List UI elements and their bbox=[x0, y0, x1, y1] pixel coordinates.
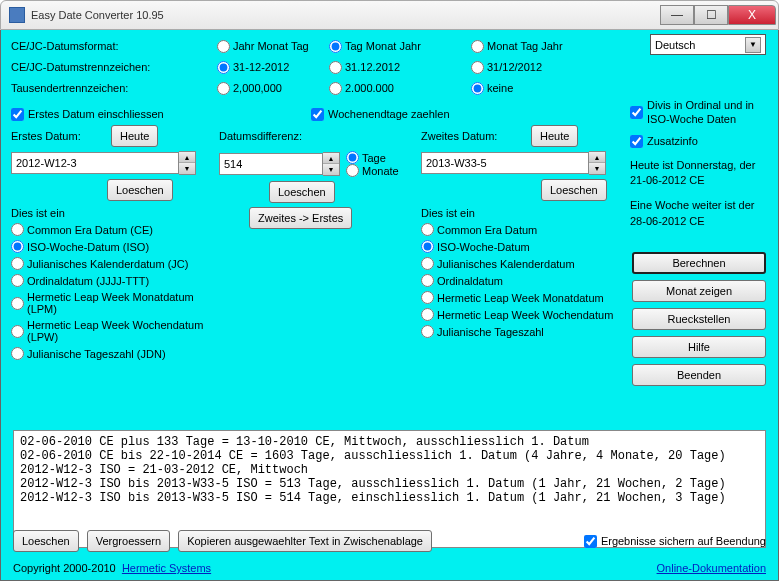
titlebar: Easy Date Converter 10.95 — ☐ X bbox=[0, 0, 779, 30]
type2-lpw[interactable]: Hermetic Leap Week Wochendatum bbox=[421, 308, 631, 321]
second-date-spinner[interactable]: ▲▼ bbox=[589, 151, 606, 175]
maximize-button[interactable]: ☐ bbox=[694, 5, 728, 25]
log-clear-button[interactable]: Loeschen bbox=[13, 530, 79, 552]
language-value: Deutsch bbox=[655, 39, 695, 51]
chevron-up-icon: ▲ bbox=[179, 152, 195, 163]
calculate-button[interactable]: Berechnen bbox=[632, 252, 766, 274]
bottom-bar: Loeschen Vergroessern Kopieren ausgewaeh… bbox=[13, 530, 766, 552]
type1-ord[interactable]: Ordinaldatum (JJJJ-TTT) bbox=[11, 274, 219, 287]
type2-iso[interactable]: ISO-Woche-Datum bbox=[421, 240, 631, 253]
type1-jc[interactable]: Julianisches Kalenderdatum (JC) bbox=[11, 257, 219, 270]
copy-button[interactable]: Kopieren ausgewaehlter Text in Zwischena… bbox=[178, 530, 432, 552]
second-today-button[interactable]: Heute bbox=[531, 125, 578, 147]
online-doc-link[interactable]: Online-Dokumentation bbox=[657, 562, 766, 574]
client-area: Deutsch ▼ CE/JC-Datumsformat: Jahr Monat… bbox=[0, 30, 779, 581]
second-type-header: Dies ist ein bbox=[421, 207, 631, 219]
type1-lpm[interactable]: Hermetic Leap Week Monatdatum (LPM) bbox=[11, 291, 219, 315]
type2-ce[interactable]: Common Era Datum bbox=[421, 223, 631, 236]
second-date-input[interactable]: ▲▼ bbox=[421, 151, 631, 175]
sep-dot[interactable]: 31.12.2012 bbox=[329, 61, 471, 74]
first-date-spinner[interactable]: ▲▼ bbox=[179, 151, 196, 175]
hermetic-link[interactable]: Hermetic Systems bbox=[122, 562, 211, 574]
diff-spinner[interactable]: ▲▼ bbox=[323, 152, 340, 176]
second-date-field[interactable] bbox=[421, 152, 589, 174]
app-icon bbox=[9, 7, 25, 23]
diff-label: Datumsdifferenz: bbox=[219, 130, 302, 142]
copyright-text: Copyright 2000-2010 bbox=[13, 562, 116, 574]
chevron-down-icon: ▼ bbox=[589, 163, 605, 174]
diff-clear-button[interactable]: Loeschen bbox=[269, 181, 335, 203]
tsep-none[interactable]: keine bbox=[471, 82, 513, 95]
help-button[interactable]: Hilfe bbox=[632, 336, 766, 358]
week-info: Eine Woche weiter ist der 28-06-2012 CE bbox=[630, 198, 766, 229]
first-today-button[interactable]: Heute bbox=[111, 125, 158, 147]
include-first-checkbox[interactable]: Erstes Datum einschliessen bbox=[11, 108, 311, 121]
tsep-label: Tausendertrennzeichen: bbox=[11, 82, 217, 94]
sep-label: CE/JC-Datumstrennzeichen: bbox=[11, 61, 217, 73]
first-type-header: Dies ist ein bbox=[11, 207, 219, 219]
window-title: Easy Date Converter 10.95 bbox=[31, 9, 660, 21]
first-type-list: Common Era Datum (CE) ISO-Woche-Datum (I… bbox=[11, 223, 219, 360]
tsep-comma[interactable]: 2,000,000 bbox=[217, 82, 329, 95]
sep-slash[interactable]: 31/12/2012 bbox=[471, 61, 542, 74]
save-on-exit-checkbox[interactable]: Ergebnisse sichern auf Beendung bbox=[584, 535, 766, 548]
language-select[interactable]: Deutsch ▼ bbox=[650, 34, 766, 55]
show-month-button[interactable]: Monat zeigen bbox=[632, 280, 766, 302]
divis-checkbox[interactable]: Divis in Ordinal und in ISO-Woche Daten bbox=[630, 98, 766, 127]
zusatz-checkbox[interactable]: Zusatzinfo bbox=[630, 135, 766, 148]
first-date-label: Erstes Datum: bbox=[11, 130, 111, 142]
action-buttons: Berechnen Monat zeigen Rueckstellen Hilf… bbox=[632, 252, 766, 386]
chevron-down-icon: ▼ bbox=[179, 163, 195, 174]
type1-iso[interactable]: ISO-Woche-Datum (ISO) bbox=[11, 240, 219, 253]
first-date-field[interactable] bbox=[11, 152, 179, 174]
chevron-up-icon: ▲ bbox=[589, 152, 605, 163]
swap-button[interactable]: Zweites -> Erstes bbox=[249, 207, 352, 229]
minimize-button[interactable]: — bbox=[660, 5, 694, 25]
format-label: CE/JC-Datumsformat: bbox=[11, 40, 217, 52]
type1-jdn[interactable]: Julianische Tageszahl (JDN) bbox=[11, 347, 219, 360]
close-button[interactable]: X bbox=[728, 5, 776, 25]
diff-months[interactable]: Monate bbox=[346, 164, 399, 177]
format-dmy[interactable]: Tag Monat Jahr bbox=[329, 40, 471, 53]
type1-lpw[interactable]: Hermetic Leap Week Wochendatum (LPW) bbox=[11, 319, 219, 343]
type1-ce[interactable]: Common Era Datum (CE) bbox=[11, 223, 219, 236]
diff-days[interactable]: Tage bbox=[346, 151, 399, 164]
tsep-dot[interactable]: 2.000.000 bbox=[329, 82, 471, 95]
chevron-up-icon: ▲ bbox=[323, 153, 339, 164]
enlarge-button[interactable]: Vergroessern bbox=[87, 530, 170, 552]
second-clear-button[interactable]: Loeschen bbox=[541, 179, 607, 201]
format-mdy[interactable]: Monat Tag Jahr bbox=[471, 40, 563, 53]
first-clear-button[interactable]: Loeschen bbox=[107, 179, 173, 201]
second-date-label: Zweites Datum: bbox=[421, 130, 531, 142]
reset-button[interactable]: Rueckstellen bbox=[632, 308, 766, 330]
exit-button[interactable]: Beenden bbox=[632, 364, 766, 386]
footer: Copyright 2000-2010 Hermetic Systems Onl… bbox=[13, 562, 766, 574]
diff-input[interactable]: ▲▼ bbox=[219, 152, 340, 176]
chevron-down-icon: ▼ bbox=[323, 164, 339, 175]
right-info-column: Divis in Ordinal und in ISO-Woche Daten … bbox=[630, 98, 766, 229]
include-weekend-checkbox[interactable]: Wochenendtage zaehlen bbox=[311, 108, 450, 121]
sep-dash[interactable]: 31-12-2012 bbox=[217, 61, 329, 74]
format-ymd[interactable]: Jahr Monat Tag bbox=[217, 40, 329, 53]
today-info: Heute ist Donnerstag, der 21-06-2012 CE bbox=[630, 158, 766, 189]
type2-jc[interactable]: Julianisches Kalenderdatum bbox=[421, 257, 631, 270]
type2-ord[interactable]: Ordinaldatum bbox=[421, 274, 631, 287]
diff-field[interactable] bbox=[219, 153, 323, 175]
first-date-input[interactable]: ▲▼ bbox=[11, 151, 219, 175]
type2-jdn[interactable]: Julianische Tageszahl bbox=[421, 325, 631, 338]
second-type-list: Common Era Datum ISO-Woche-Datum Juliani… bbox=[421, 223, 631, 338]
type2-lpm[interactable]: Hermetic Leap Week Monatdatum bbox=[421, 291, 631, 304]
chevron-down-icon: ▼ bbox=[745, 37, 761, 53]
